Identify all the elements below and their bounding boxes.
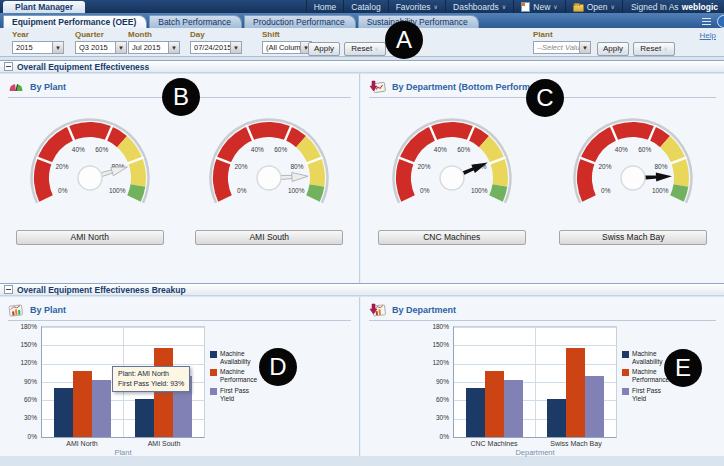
year-select[interactable]: 2015▼ — [12, 41, 64, 54]
y-tick-label: 150% — [432, 341, 449, 348]
gauge-cnc-machines[interactable]: 0%20%40%60%80%100%CNC Machines — [361, 106, 543, 245]
chevron-down-icon: ∨ — [374, 43, 378, 55]
y-tick-label: 120% — [432, 359, 449, 366]
nav-home[interactable]: Home — [306, 0, 344, 13]
dropdown-arrow-icon[interactable]: ▼ — [579, 42, 590, 53]
bar-group-cnc-machines — [454, 327, 535, 437]
bar-chart-page-icon — [8, 303, 24, 317]
chart-down-arrow-icon — [369, 80, 386, 94]
y-tick-label: 30% — [24, 414, 37, 421]
bar-ami-north-first-pass-yield[interactable] — [92, 380, 111, 437]
chart-legend: Machine AvailabilityMachine PerformanceF… — [205, 320, 259, 457]
section-title: Overall Equipment Effectiveness — [17, 62, 149, 72]
gauge-ami-south[interactable]: 0%20%40%60%80%100%AMI South — [180, 106, 360, 245]
legend-item-first-pass-yield: First Pass Yield — [210, 387, 259, 403]
prompt-day: Day07/24/2015▼ — [190, 30, 242, 54]
svg-text:40%: 40% — [434, 146, 447, 153]
gauge-name-plate: AMI North — [16, 230, 164, 245]
gauge-swiss-mach-bay[interactable]: 0%20%40%60%80%100%Swiss Mach Bay — [543, 106, 724, 245]
list-icon[interactable] — [702, 18, 711, 25]
shift-select[interactable]: (All Column Value▼ — [262, 41, 312, 54]
dashboard-tab-strip: Equipment Performance (OEE)Batch Perform… — [0, 13, 724, 28]
dropdown-arrow-icon[interactable]: ▼ — [230, 42, 241, 53]
bar-ami-south-machine-availability[interactable] — [135, 399, 154, 437]
month-select[interactable]: Jul 2015▼ — [128, 41, 180, 54]
svg-text:60%: 60% — [95, 146, 108, 153]
legend-swatch — [622, 351, 629, 358]
reset-button[interactable]: Reset∨ — [344, 42, 386, 56]
bar-cnc-machines-machine-availability[interactable] — [466, 388, 485, 437]
legend-swatch — [210, 369, 217, 376]
username: weblogic — [682, 2, 718, 12]
bar-swiss-mach-bay-first-pass-yield[interactable] — [585, 376, 604, 437]
apply-plant-button[interactable]: Apply — [597, 42, 629, 56]
y-tick-label: 120% — [20, 359, 37, 366]
bar-ami-south-machine-performance[interactable] — [154, 348, 173, 437]
dropdown-arrow-icon[interactable]: ▼ — [52, 42, 63, 53]
bar-swiss-mach-bay-machine-availability[interactable] — [547, 399, 566, 437]
svg-text:20%: 20% — [235, 163, 248, 170]
tab-batch-performance[interactable]: Batch Performance — [149, 15, 242, 28]
collapse-icon[interactable] — [4, 285, 13, 294]
page-options-icon[interactable] — [717, 15, 724, 28]
section-oee: By Plant 0%20%40%60%80%100%AMI North0%20… — [0, 74, 724, 283]
nav-favorites[interactable]: Favorites∨ — [388, 0, 445, 13]
tooltip-line2: First Pass Yield: 93% — [118, 379, 184, 389]
nav-new[interactable]: New∨ — [513, 0, 564, 13]
y-tick-label: 150% — [20, 341, 37, 348]
prompt-label: Plant — [533, 30, 591, 39]
gauge-ami-north[interactable]: 0%20%40%60%80%100%AMI North — [0, 106, 180, 245]
bar-group-swiss-mach-bay — [535, 327, 616, 437]
svg-text:60%: 60% — [274, 146, 287, 153]
prompt-label: Quarter — [75, 30, 127, 39]
legend-swatch — [210, 351, 217, 358]
new-page-icon — [521, 2, 530, 12]
gauge-row-department: 0%20%40%60%80%100%CNC Machines0%20%40%60… — [361, 106, 724, 245]
app-tab-plant-manager[interactable]: Plant Manager — [3, 1, 85, 13]
prompt-plant: Plant --Select Value-- ▼ — [533, 30, 591, 54]
apply-button[interactable]: Apply — [308, 42, 340, 56]
svg-text:40%: 40% — [72, 146, 85, 153]
day-select[interactable]: 07/24/2015▼ — [190, 41, 242, 54]
nav-dashboards[interactable]: Dashboards∨ — [445, 0, 513, 13]
gauge-icon — [8, 80, 24, 93]
dropdown-arrow-icon[interactable]: ▼ — [115, 42, 126, 53]
svg-text:0%: 0% — [601, 187, 611, 194]
subheader-title: By Department — [392, 305, 456, 315]
bar-cnc-machines-machine-performance[interactable] — [485, 371, 504, 437]
prompt-year: Year2015▼ — [12, 30, 64, 54]
y-tick-label: 180% — [20, 323, 37, 330]
annotation-a: A — [385, 21, 423, 59]
help-link[interactable]: Help — [700, 31, 716, 40]
quarter-select[interactable]: Q3 2015▼ — [75, 41, 127, 54]
bar-swiss-mach-bay-machine-performance[interactable] — [566, 348, 585, 437]
plant-select[interactable]: --Select Value-- ▼ — [533, 41, 591, 54]
bar-ami-north-machine-performance[interactable] — [73, 371, 92, 437]
nav-catalog[interactable]: Catalog — [343, 0, 387, 13]
prompt-month: MonthJul 2015▼ — [128, 30, 180, 54]
chevron-down-icon: ∨ — [434, 3, 438, 10]
tab-equipment-performance-oee[interactable]: Equipment Performance (OEE) — [3, 15, 147, 28]
svg-text:20%: 20% — [599, 163, 612, 170]
y-tick-label: 60% — [436, 396, 449, 403]
svg-text:20%: 20% — [55, 163, 68, 170]
chevron-down-icon: ∨ — [553, 3, 557, 10]
tab-sustainability-performance[interactable]: Sustainability Performance — [358, 15, 479, 28]
y-tick-label: 90% — [436, 378, 449, 385]
collapse-icon[interactable] — [4, 62, 13, 71]
reset-plant-button[interactable]: Reset∨ — [633, 42, 675, 56]
svg-text:20%: 20% — [417, 163, 430, 170]
section-header-oee: Overall Equipment Effectiveness — [0, 60, 724, 73]
chart-tooltip: Plant: AMI North First Pass Yield: 93% — [112, 366, 190, 392]
prompt-label: Year — [12, 30, 64, 39]
bar-ami-north-machine-availability[interactable] — [54, 388, 73, 437]
tab-production-performance[interactable]: Production Performance — [244, 15, 356, 28]
nav-open[interactable]: Open∨ — [565, 0, 622, 13]
y-tick-label: 0% — [28, 433, 37, 440]
dropdown-arrow-icon[interactable]: ▼ — [168, 42, 179, 53]
legend-swatch — [622, 369, 629, 376]
section-title: Overall Equipment Effectiveness Breakup — [17, 285, 186, 295]
annotation-e: E — [664, 349, 702, 387]
svg-text:80%: 80% — [655, 163, 668, 170]
bar-cnc-machines-first-pass-yield[interactable] — [504, 380, 523, 437]
